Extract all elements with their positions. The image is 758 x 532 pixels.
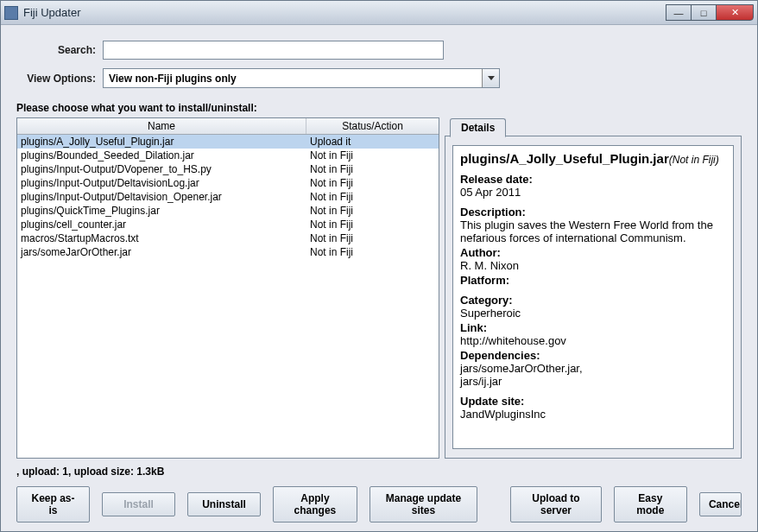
- tab-details[interactable]: Details: [450, 118, 506, 137]
- manage-update-sites-button[interactable]: Manage update sites: [370, 486, 477, 522]
- window-title: Fiji Updater: [23, 6, 666, 19]
- cell-status: Not in Fiji: [306, 231, 439, 245]
- details-content: plugins/A_Jolly_Useful_Plugin.jar(Not in…: [452, 145, 734, 449]
- author-label: Author:: [460, 246, 726, 259]
- detail-title: plugins/A_Jolly_Useful_Plugin.jar: [460, 151, 669, 166]
- category-label: Category:: [460, 294, 726, 307]
- cell-status: Not in Fiji: [306, 190, 439, 204]
- view-options-row: View Options: View non-Fiji plugins only: [16, 68, 742, 88]
- table-row[interactable]: plugins/Input-Output/DVopener_to_HS.pyNo…: [17, 162, 439, 176]
- titlebar[interactable]: Fiji Updater — □ ✕: [1, 1, 757, 25]
- button-bar: Keep as-is Install Uninstall Apply chang…: [16, 486, 742, 522]
- cell-status: Not in Fiji: [306, 204, 439, 218]
- col-status[interactable]: Status/Action: [306, 118, 439, 134]
- cell-name: plugins/cell_counter.jar: [17, 218, 306, 231]
- view-options-dropdown[interactable]: View non-Fiji plugins only: [103, 68, 500, 88]
- table-row[interactable]: plugins/A_Jolly_Useful_Plugin.jarUpload …: [17, 135, 439, 149]
- col-name[interactable]: Name: [17, 118, 306, 134]
- table-body[interactable]: plugins/A_Jolly_Useful_Plugin.jarUpload …: [17, 135, 439, 458]
- table-row[interactable]: plugins/Bounded_Seeded_Dilation.jarNot i…: [17, 149, 439, 162]
- detail-title-status: (Not in Fiji): [669, 154, 719, 166]
- install-button: Install: [102, 492, 175, 516]
- author-value: R. M. Nixon: [460, 259, 726, 272]
- cell-status: Not in Fiji: [306, 218, 439, 231]
- release-date-label: Release date:: [460, 173, 726, 186]
- platform-label: Platform:: [460, 274, 726, 287]
- footer-info: , upload: 1, upload size: 1.3kB: [16, 466, 742, 478]
- category-value: Superheroic: [460, 307, 726, 320]
- table-row[interactable]: plugins/QuickTime_Plugins.jarNot in Fiji: [17, 204, 439, 218]
- view-options-selected: View non-Fiji plugins only: [104, 73, 482, 85]
- apply-changes-button[interactable]: Apply changes: [273, 486, 357, 522]
- cell-name: plugins/A_Jolly_Useful_Plugin.jar: [17, 135, 306, 149]
- cell-status: Upload it: [306, 135, 439, 149]
- details-panel: Details plugins/A_Jolly_Useful_Plugin.ja…: [445, 119, 742, 459]
- content-area: Search: View Options: View non-Fiji plug…: [1, 25, 757, 531]
- close-icon: ✕: [731, 7, 739, 18]
- window-controls: — □ ✕: [666, 4, 754, 21]
- view-options-label: View Options:: [16, 73, 103, 85]
- search-label: Search:: [16, 44, 103, 56]
- easy-mode-button[interactable]: Easy mode: [614, 486, 687, 522]
- table-row[interactable]: plugins/Input-Output/Deltavision_Opener.…: [17, 190, 439, 204]
- keep-as-is-button[interactable]: Keep as-is: [16, 486, 90, 522]
- link-value: http://whitehouse.gov: [460, 334, 726, 347]
- table-row[interactable]: plugins/Input-Output/DeltavisionLog.jarN…: [17, 176, 439, 190]
- maximize-button[interactable]: □: [691, 4, 717, 21]
- plugin-table: Name Status/Action plugins/A_Jolly_Usefu…: [16, 117, 439, 459]
- cell-status: Not in Fiji: [306, 245, 439, 259]
- install-prompt: Please choose what you want to install/u…: [16, 102, 742, 114]
- cell-name: plugins/Input-Output/DVopener_to_HS.py: [17, 162, 306, 176]
- upload-to-server-button[interactable]: Upload to server: [510, 486, 602, 522]
- cell-name: plugins/Bounded_Seeded_Dilation.jar: [17, 149, 306, 162]
- chevron-down-icon: [488, 76, 495, 80]
- dropdown-button[interactable]: [482, 69, 499, 87]
- table-row[interactable]: jars/someJarOrOther.jarNot in Fiji: [17, 245, 439, 259]
- search-input[interactable]: [103, 41, 444, 60]
- minimize-icon: —: [674, 8, 684, 18]
- release-date-value: 05 Apr 2011: [460, 186, 726, 199]
- cell-name: macros/StartupMacros.txt: [17, 231, 306, 245]
- cancel-button[interactable]: Cancel: [699, 492, 742, 516]
- update-site-value: JandWpluginsInc: [460, 408, 726, 421]
- description-label: Description:: [460, 206, 726, 218]
- link-label: Link:: [460, 321, 726, 334]
- maximize-icon: □: [701, 8, 707, 18]
- details-frame: plugins/A_Jolly_Useful_Plugin.jar(Not in…: [445, 136, 742, 459]
- close-button[interactable]: ✕: [716, 4, 754, 21]
- main-area: Name Status/Action plugins/A_Jolly_Usefu…: [16, 117, 742, 459]
- update-site-label: Update site:: [460, 395, 726, 408]
- cell-name: plugins/Input-Output/DeltavisionLog.jar: [17, 176, 306, 190]
- cell-status: Not in Fiji: [306, 176, 439, 190]
- cell-name: jars/someJarOrOther.jar: [17, 245, 306, 259]
- cell-status: Not in Fiji: [306, 149, 439, 162]
- uninstall-button[interactable]: Uninstall: [187, 492, 261, 516]
- dependencies-value: jars/someJarOrOther.jar, jars/ij.jar: [460, 362, 726, 388]
- cell-name: plugins/Input-Output/Deltavision_Opener.…: [17, 190, 306, 204]
- cell-status: Not in Fiji: [306, 162, 439, 176]
- table-header: Name Status/Action: [17, 118, 439, 135]
- description-value: This plugin saves the Western Free World…: [460, 218, 726, 244]
- search-row: Search:: [16, 41, 742, 60]
- app-window: Fiji Updater — □ ✕ Search: View Options:…: [0, 0, 758, 532]
- minimize-button[interactable]: —: [666, 4, 692, 21]
- table-row[interactable]: plugins/cell_counter.jarNot in Fiji: [17, 218, 439, 231]
- table-row[interactable]: macros/StartupMacros.txtNot in Fiji: [17, 231, 439, 245]
- app-icon: [4, 6, 18, 20]
- dependencies-label: Dependencies:: [460, 349, 726, 362]
- cell-name: plugins/QuickTime_Plugins.jar: [17, 204, 306, 218]
